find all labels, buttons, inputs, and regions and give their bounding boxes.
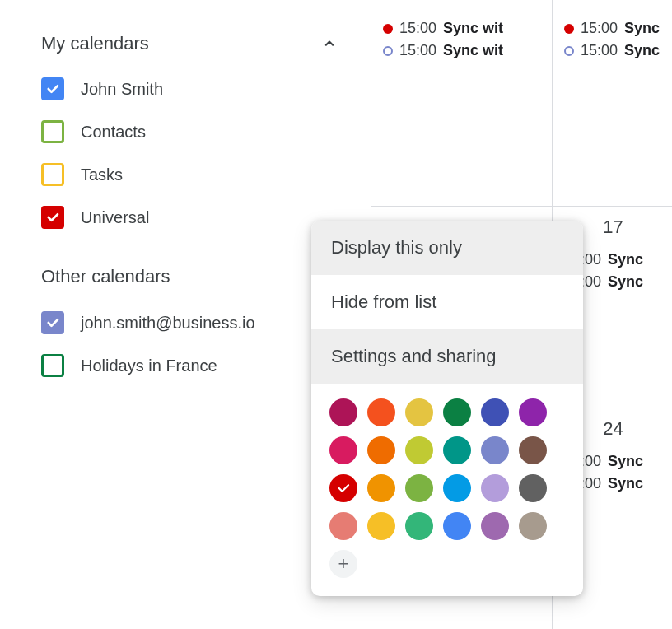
- add-color-button[interactable]: +: [329, 550, 357, 578]
- grid-cell[interactable]: 15:00 Sync wit 15:00 Sync wit: [371, 0, 552, 206]
- color-swatch[interactable]: [481, 512, 509, 540]
- other-calendars-title: Other calendars: [41, 266, 170, 287]
- color-swatch[interactable]: [519, 398, 547, 426]
- event-title: Sync wit: [443, 20, 503, 37]
- color-swatch[interactable]: [443, 474, 471, 502]
- checkbox-icon[interactable]: [41, 311, 64, 334]
- color-swatch[interactable]: [329, 436, 357, 464]
- calendar-item-tasks[interactable]: Tasks: [41, 163, 371, 186]
- event-row[interactable]: 15:00 Sync wit: [383, 20, 542, 37]
- event-row[interactable]: 15:00 Sync: [564, 42, 662, 59]
- color-swatch[interactable]: [443, 436, 471, 464]
- color-swatch[interactable]: [519, 512, 547, 540]
- event-time: 15:00: [399, 42, 436, 59]
- event-title: Sync: [608, 251, 643, 268]
- calendar-label: Contacts: [81, 123, 146, 142]
- event-time: 15:00: [581, 20, 618, 37]
- color-swatch[interactable]: [367, 436, 395, 464]
- color-swatch[interactable]: [481, 398, 509, 426]
- grid-cell[interactable]: 15:00 Sync 15:00 Sync: [553, 0, 672, 206]
- color-swatch[interactable]: [329, 398, 357, 426]
- calendar-label: Holidays in France: [81, 356, 217, 375]
- event-title: Sync: [624, 42, 660, 59]
- color-swatch[interactable]: [329, 512, 357, 540]
- checkbox-icon[interactable]: [41, 120, 64, 143]
- checkbox-icon[interactable]: [41, 354, 64, 377]
- color-swatch[interactable]: [519, 474, 547, 502]
- color-swatch[interactable]: [329, 474, 357, 502]
- calendar-item-contacts[interactable]: Contacts: [41, 120, 371, 143]
- color-swatch[interactable]: [405, 512, 433, 540]
- checkbox-icon[interactable]: [41, 163, 64, 186]
- event-time: 15:00: [581, 42, 618, 59]
- event-title: Sync: [608, 475, 643, 492]
- event-row[interactable]: 15:00 Sync wit: [383, 42, 542, 59]
- color-swatch[interactable]: [405, 474, 433, 502]
- color-swatch[interactable]: [519, 436, 547, 464]
- color-swatch[interactable]: [367, 398, 395, 426]
- color-swatch[interactable]: [405, 436, 433, 464]
- event-dot-icon: [383, 24, 393, 34]
- event-dot-icon: [564, 24, 574, 34]
- event-title: Sync wit: [443, 42, 503, 59]
- calendar-label: john.smith@business.io: [81, 314, 255, 333]
- color-swatch[interactable]: [405, 398, 433, 426]
- checkbox-icon[interactable]: [41, 77, 64, 100]
- color-swatch[interactable]: [481, 474, 509, 502]
- color-picker: +: [311, 384, 583, 596]
- color-swatch[interactable]: [443, 512, 471, 540]
- event-dot-icon: [383, 46, 393, 56]
- event-time: 15:00: [399, 20, 436, 37]
- menu-settings-sharing[interactable]: Settings and sharing: [311, 329, 583, 384]
- calendar-label: Universal: [81, 208, 149, 227]
- menu-hide-from-list[interactable]: Hide from list: [311, 275, 583, 329]
- calendar-context-menu: Display this only Hide from list Setting…: [311, 221, 583, 596]
- color-swatch[interactable]: [367, 512, 395, 540]
- calendar-item-john-smith[interactable]: John Smith: [41, 77, 371, 100]
- checkbox-icon[interactable]: [41, 206, 64, 229]
- menu-display-only[interactable]: Display this only: [311, 221, 583, 275]
- plus-icon: +: [338, 553, 349, 575]
- my-calendars-title: My calendars: [41, 33, 149, 54]
- event-title: Sync: [608, 453, 643, 470]
- color-swatch[interactable]: [443, 398, 471, 426]
- calendar-label: John Smith: [81, 80, 163, 99]
- event-dot-icon: [564, 46, 574, 56]
- event-title: Sync: [608, 273, 643, 291]
- my-calendars-header[interactable]: My calendars: [41, 33, 371, 54]
- chevron-up-icon: [321, 35, 338, 52]
- calendar-label: Tasks: [81, 165, 123, 184]
- event-row[interactable]: 15:00 Sync: [564, 20, 662, 37]
- event-title: Sync: [624, 20, 660, 37]
- color-swatch[interactable]: [481, 436, 509, 464]
- color-swatch[interactable]: [367, 474, 395, 502]
